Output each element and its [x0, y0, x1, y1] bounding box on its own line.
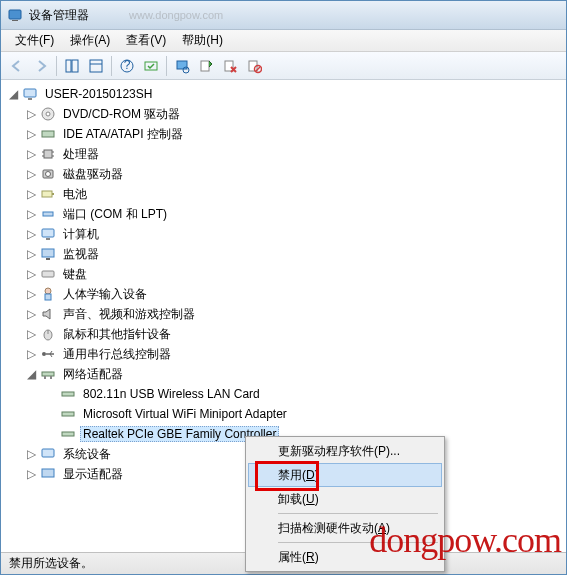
disk-icon: [40, 166, 56, 182]
network-icon: [40, 366, 56, 382]
help-button[interactable]: ?: [115, 54, 139, 78]
cm-separator: [278, 542, 438, 543]
expander-icon[interactable]: ◢: [25, 368, 38, 381]
svg-rect-29: [52, 193, 54, 195]
tree-device[interactable]: ▷802.11n USB Wireless LAN Card: [3, 384, 564, 404]
svg-rect-48: [62, 412, 74, 416]
tree-category[interactable]: ▷计算机: [3, 224, 564, 244]
expander-icon[interactable]: ▷: [25, 228, 38, 241]
network-adapter-icon: [60, 386, 76, 402]
cm-scan-hardware[interactable]: 扫描检测硬件改动(A): [248, 516, 442, 540]
cdrom-icon: [40, 106, 56, 122]
svg-rect-1: [12, 20, 18, 21]
system-icon: [40, 446, 56, 462]
tree-category[interactable]: ▷键盘: [3, 264, 564, 284]
tree-category[interactable]: ▷处理器: [3, 144, 564, 164]
computer-icon: [22, 86, 38, 102]
menu-action[interactable]: 操作(A): [62, 30, 118, 51]
expander-icon[interactable]: ▷: [25, 308, 38, 321]
svg-rect-16: [24, 89, 36, 97]
context-menu: 更新驱动程序软件(P)... 禁用(D) 卸载(U) 扫描检测硬件改动(A) 属…: [245, 436, 445, 572]
hid-icon: [40, 286, 56, 302]
expander-icon[interactable]: ▷: [25, 148, 38, 161]
tree-category[interactable]: ▷IDE ATA/ATAPI 控制器: [3, 124, 564, 144]
app-icon: [7, 7, 23, 23]
svg-rect-37: [45, 294, 51, 300]
expander-icon[interactable]: ◢: [7, 88, 20, 101]
usb-icon: [40, 346, 56, 362]
svg-rect-3: [72, 60, 78, 72]
menu-view[interactable]: 查看(V): [118, 30, 174, 51]
show-hide-tree-button[interactable]: [60, 54, 84, 78]
svg-rect-31: [42, 229, 54, 237]
cm-disable[interactable]: 禁用(D): [248, 463, 442, 487]
tree-category[interactable]: ▷鼠标和其他指针设备: [3, 324, 564, 344]
svg-rect-20: [42, 131, 54, 137]
expander-icon[interactable]: ▷: [25, 208, 38, 221]
tree-category[interactable]: ▷监视器: [3, 244, 564, 264]
cm-update-driver[interactable]: 更新驱动程序软件(P)...: [248, 439, 442, 463]
svg-rect-2: [66, 60, 71, 72]
expander-icon[interactable]: ▷: [25, 168, 38, 181]
expander-icon[interactable]: ▷: [25, 268, 38, 281]
properties-button[interactable]: [84, 54, 108, 78]
port-icon: [40, 206, 56, 222]
scan-hardware-button[interactable]: [170, 54, 194, 78]
expander-icon[interactable]: ▷: [25, 108, 38, 121]
cm-separator: [278, 513, 438, 514]
expander-icon[interactable]: ▷: [25, 288, 38, 301]
toolbar: ?: [1, 52, 566, 80]
tree-category[interactable]: ▷人体学输入设备: [3, 284, 564, 304]
tree-category[interactable]: ▷磁盘驱动器: [3, 164, 564, 184]
svg-rect-46: [50, 376, 52, 379]
svg-rect-47: [62, 392, 74, 396]
keyboard-icon: [40, 266, 56, 282]
cm-uninstall[interactable]: 卸载(U): [248, 487, 442, 511]
menu-file[interactable]: 文件(F): [7, 30, 62, 51]
svg-rect-30: [43, 212, 53, 216]
menubar: 文件(F) 操作(A) 查看(V) 帮助(H): [1, 30, 566, 52]
ide-icon: [40, 126, 56, 142]
svg-point-40: [42, 352, 46, 356]
svg-point-19: [46, 112, 50, 116]
svg-rect-34: [46, 258, 50, 260]
expander-icon[interactable]: ▷: [25, 128, 38, 141]
svg-point-36: [45, 288, 51, 294]
svg-rect-4: [90, 60, 102, 72]
tree-category[interactable]: ▷DVD/CD-ROM 驱动器: [3, 104, 564, 124]
uninstall-button[interactable]: [218, 54, 242, 78]
disable-button[interactable]: [242, 54, 266, 78]
tree-root[interactable]: ◢ USER-20150123SH: [3, 84, 564, 104]
expander-icon[interactable]: ▷: [25, 448, 38, 461]
tree-category-network[interactable]: ◢网络适配器: [3, 364, 564, 384]
network-adapter-icon: [60, 426, 76, 442]
action-button[interactable]: [139, 54, 163, 78]
svg-text:?: ?: [124, 58, 131, 72]
svg-rect-9: [177, 61, 187, 69]
tree-category[interactable]: ▷端口 (COM 和 LPT): [3, 204, 564, 224]
expander-icon[interactable]: ▷: [25, 348, 38, 361]
expander-icon[interactable]: ▷: [25, 468, 38, 481]
tree-category[interactable]: ▷电池: [3, 184, 564, 204]
computer-icon: [40, 226, 56, 242]
svg-point-27: [46, 172, 51, 177]
svg-rect-12: [225, 61, 233, 71]
svg-rect-49: [62, 432, 74, 436]
svg-rect-50: [42, 449, 54, 457]
expander-icon[interactable]: ▷: [25, 188, 38, 201]
svg-rect-17: [28, 98, 32, 100]
tree-category[interactable]: ▷通用串行总线控制器: [3, 344, 564, 364]
titlebar: 设备管理器 www.dongpow.com: [1, 1, 566, 30]
tree-category[interactable]: ▷声音、视频和游戏控制器: [3, 304, 564, 324]
status-text: 禁用所选设备。: [9, 555, 93, 572]
expander-icon[interactable]: ▷: [25, 328, 38, 341]
root-label[interactable]: USER-20150123SH: [42, 86, 155, 102]
update-driver-button[interactable]: [194, 54, 218, 78]
menu-help[interactable]: 帮助(H): [174, 30, 231, 51]
audio-icon: [40, 306, 56, 322]
tree-device[interactable]: ▷Microsoft Virtual WiFi Miniport Adapter: [3, 404, 564, 424]
expander-icon[interactable]: ▷: [25, 248, 38, 261]
cm-properties[interactable]: 属性(R): [248, 545, 442, 569]
svg-rect-11: [201, 61, 209, 71]
svg-rect-21: [44, 150, 52, 158]
